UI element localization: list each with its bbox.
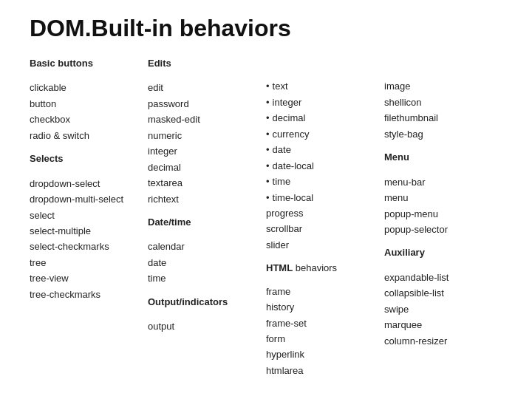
list-item: form <box>266 331 377 347</box>
list-item: frame-set <box>266 316 377 331</box>
list-item: •date <box>266 142 377 157</box>
main-content: Basic buttons clickable button checkbox … <box>30 55 502 378</box>
col1-header: Basic buttons <box>30 55 140 71</box>
list-item: scrollbar <box>266 221 377 236</box>
list-item: collapsible-list <box>384 285 495 301</box>
list-item: column-resizer <box>384 333 495 349</box>
col-edits: Edits edit password masked-edit numeric … <box>148 55 266 378</box>
page-title: DOM.Built-in behaviors <box>30 15 502 42</box>
list-item: date <box>148 255 259 270</box>
list-item: filethumbnail <box>384 110 495 126</box>
list-item: popup-menu <box>384 206 495 222</box>
list-item: Output/indicators <box>148 294 259 310</box>
col-misc: image shellicon filethumbnail style-bag … <box>384 55 502 378</box>
list-item: expandable-list <box>384 270 495 285</box>
list-item: Auxiliary <box>384 245 495 260</box>
list-item: edit <box>148 80 259 95</box>
list-item: dropdown-select <box>30 176 140 191</box>
list-item: history <box>266 299 377 315</box>
list-item: radio & switch <box>30 128 140 143</box>
list-item: Menu <box>384 149 495 165</box>
list-item: •decimal <box>266 110 377 126</box>
list-item: checkbox <box>30 112 140 127</box>
list-item: tree-checkmarks <box>30 287 140 302</box>
list-item: dropdown-multi-select <box>30 191 140 207</box>
list-item: integer <box>148 143 259 159</box>
list-item: menu-bar <box>384 174 495 190</box>
col4-header <box>384 55 495 71</box>
list-item: select <box>30 208 140 223</box>
col-types: •text •integer •decimal •currency •date … <box>266 55 384 378</box>
list-item: •currency <box>266 126 377 142</box>
list-item: textarea <box>148 175 259 191</box>
col-basic-buttons: Basic buttons clickable button checkbox … <box>30 55 148 378</box>
list-item: masked-edit <box>148 112 259 127</box>
list-item: time <box>148 270 259 286</box>
list-item: calendar <box>148 239 259 254</box>
list-item: password <box>148 96 259 112</box>
list-item: style-bag <box>384 126 495 142</box>
col2-header: Edits <box>148 55 259 71</box>
list-item: select-multiple <box>30 223 140 239</box>
list-item: tree-view <box>30 270 140 286</box>
list-item: Selects <box>30 151 140 166</box>
list-item: image <box>384 78 495 94</box>
list-item: marquee <box>384 317 495 332</box>
list-item: •time <box>266 174 377 189</box>
list-item: hyperlink <box>266 347 377 362</box>
list-item: HTML behaviors <box>266 260 377 276</box>
list-item: richtext <box>148 191 259 207</box>
list-item: menu <box>384 190 495 205</box>
list-item: •date-local <box>266 158 377 174</box>
list-item: clickable <box>30 80 140 95</box>
list-item: slider <box>266 237 377 253</box>
list-item: htmlarea <box>266 363 377 378</box>
list-item: popup-selector <box>384 222 495 237</box>
list-item: numeric <box>148 128 259 143</box>
list-item: decimal <box>148 160 259 175</box>
list-item: select-checkmarks <box>30 239 140 254</box>
list-item: •time-local <box>266 190 377 205</box>
list-item: shellicon <box>384 95 495 110</box>
list-item: button <box>30 96 140 112</box>
list-item: output <box>148 318 259 334</box>
col3-header <box>266 55 377 71</box>
list-item: swipe <box>384 301 495 317</box>
list-item: frame <box>266 284 377 299</box>
list-item: Date/time <box>148 214 259 230</box>
list-item: •integer <box>266 95 377 110</box>
list-item: tree <box>30 255 140 270</box>
list-item: progress <box>266 205 377 221</box>
list-item: •text <box>266 78 377 94</box>
